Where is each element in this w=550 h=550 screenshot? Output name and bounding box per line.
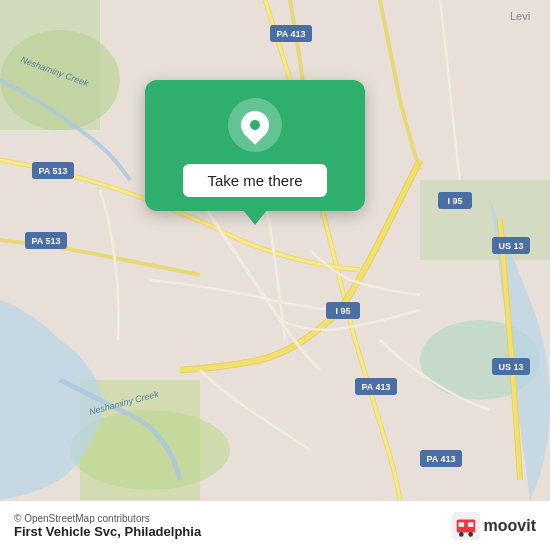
svg-text:PA 413: PA 413 [276,29,305,39]
svg-rect-34 [467,522,473,527]
popup-card: Take me there [145,80,365,211]
moovit-logo: moovit [452,512,536,540]
location-name: First Vehicle Svc, Philadelphia [14,524,201,539]
location-icon-wrap [228,98,282,152]
svg-text:US 13: US 13 [498,362,523,372]
svg-text:PA 513: PA 513 [31,236,60,246]
svg-rect-33 [458,522,464,527]
moovit-icon [452,512,480,540]
svg-text:PA 413: PA 413 [361,382,390,392]
svg-point-31 [459,532,464,537]
location-pin-icon [235,105,275,145]
svg-rect-2 [420,180,550,260]
map-attribution: © OpenStreetMap contributors [14,513,201,524]
svg-point-32 [468,532,473,537]
svg-text:PA 413: PA 413 [426,454,455,464]
svg-text:US 13: US 13 [498,241,523,251]
svg-text:Levi: Levi [510,10,530,22]
bottom-bar: © OpenStreetMap contributors First Vehic… [0,500,550,550]
svg-text:PA 513: PA 513 [38,166,67,176]
svg-text:I 95: I 95 [447,196,462,206]
map-container: PA 413 PA 413 PA 413 PA 413 I 95 I 95 PA… [0,0,550,500]
moovit-brand-text: moovit [484,517,536,535]
bottom-left-info: © OpenStreetMap contributors First Vehic… [14,513,201,539]
svg-text:I 95: I 95 [335,306,350,316]
take-me-there-button[interactable]: Take me there [183,164,326,197]
